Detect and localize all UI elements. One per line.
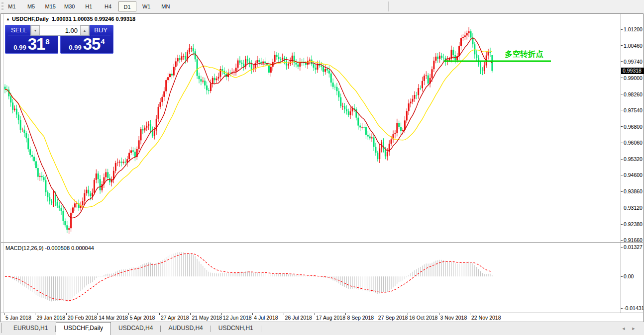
moving-averages — [5, 38, 492, 218]
price-tick — [621, 191, 623, 192]
timeframe-button-w1[interactable]: W1 — [137, 1, 155, 11]
time-axis-label: 5 Jan 2018 — [5, 315, 31, 321]
chart-tab-audusd-h4[interactable]: AUDUSD,H4 — [161, 323, 210, 335]
buy-price-sup: 4 — [101, 37, 105, 46]
price-tick — [621, 94, 623, 94]
toolbar-separator — [388, 1, 389, 11]
time-tick — [252, 313, 253, 315]
macd-axis-label: 0.00 — [624, 273, 634, 279]
price-tick — [621, 126, 623, 127]
macd-axis-tick — [621, 247, 623, 248]
timeframe-button-m5[interactable]: M5 — [22, 1, 40, 11]
macd-axis-tick — [621, 276, 623, 277]
time-tick — [190, 313, 191, 315]
price-tick — [621, 143, 623, 143]
price-axis-label: 0.92380 — [624, 221, 643, 227]
time-axis-label: 20 Feb 2018 — [68, 315, 97, 321]
volume-decrease-button[interactable]: ▼ — [31, 25, 40, 35]
time-tick — [97, 313, 98, 315]
chart-symbol-label: USDCHF,Daily — [12, 16, 49, 22]
arrow-right-icon: ► — [632, 326, 636, 331]
time-axis-label: 12 Jun 2018 — [223, 315, 252, 321]
time-axis-label: 16 Oct 2018 — [409, 315, 437, 321]
sell-price-big: 31 — [28, 37, 45, 52]
buy-price-small: 0.99 — [69, 44, 81, 51]
time-tick — [159, 313, 160, 315]
time-tick — [35, 313, 35, 315]
chart-ohlc-values: 1.00031 1.00035 0.99246 0.99318 — [52, 16, 135, 22]
macd-values: -0.000508 0.000044 — [45, 245, 94, 251]
volume-input[interactable] — [40, 25, 80, 35]
timeframe-button-h1[interactable]: H1 — [80, 1, 98, 11]
time-axis-label: 8 Sep 2018 — [347, 315, 374, 321]
buy-price-display: 0.99 35 4 — [60, 37, 113, 52]
current-price-tag: 0.99318 — [621, 68, 644, 74]
buy-button[interactable]: BUY — [91, 26, 110, 35]
one-click-panel-toggle-icon[interactable]: ▲ — [6, 17, 10, 21]
macd-axis-label: -0.01431 — [624, 305, 644, 311]
timeframe-button-m1[interactable]: M1 — [3, 1, 21, 11]
price-axis-label: 0.91660 — [624, 237, 643, 243]
tab-scroll-left-button[interactable]: ◄ — [620, 325, 627, 332]
chart-tab-usdcad-h4[interactable]: USDCAD,H4 — [111, 323, 160, 335]
macd-indicator-pane[interactable] — [4, 243, 621, 313]
tab-separator — [261, 326, 261, 332]
time-tick — [284, 313, 284, 315]
price-tick — [621, 224, 623, 225]
chart-tab-usdcnh-h1[interactable]: USDCNH,H1 — [211, 323, 261, 335]
price-axis-label: 0.99000 — [624, 75, 643, 81]
volume-increase-button[interactable]: ▲ — [80, 25, 89, 35]
price-tick — [621, 78, 623, 78]
time-tick — [408, 313, 408, 315]
time-axis-label: 21 May 2018 — [192, 315, 222, 321]
sell-price-small: 0.99 — [13, 44, 26, 51]
chevron-up-icon: ▲ — [83, 29, 87, 32]
tab-scroll-right-button[interactable]: ► — [630, 325, 637, 332]
time-axis-label: 27 Apr 2018 — [161, 315, 189, 321]
time-axis-label: 4 Jul 2018 — [254, 315, 278, 321]
timeframe-button-m30[interactable]: M30 — [61, 1, 79, 11]
time-tick — [345, 313, 346, 315]
time-tick — [439, 313, 439, 315]
arrow-left-icon: ◄ — [622, 326, 626, 331]
timeframe-button-d1[interactable]: D1 — [118, 1, 136, 11]
timeframe-button-h4[interactable]: H4 — [99, 1, 117, 11]
one-click-trading-panel: SELL 0.99 31 8 BUY 0.99 35 4 ▼ ▲ — [5, 25, 113, 54]
time-tick — [66, 313, 67, 315]
price-axis-label: 0.96800 — [624, 124, 643, 130]
mt4-terminal: { "toolbar": { "timeframes": ["M1","M5",… — [0, 0, 644, 335]
macd-histogram — [5, 252, 492, 301]
tabbar-edge — [1, 323, 2, 333]
timeframe-button-m15[interactable]: M15 — [41, 1, 59, 11]
time-tick — [470, 313, 470, 315]
price-axis-label: 0.99740 — [624, 59, 643, 65]
buy-price-big: 35 — [83, 37, 101, 52]
price-axis-label: 1.01200 — [624, 26, 643, 32]
macd-signal-line — [5, 253, 492, 301]
time-axis-label: 17 Aug 2018 — [316, 315, 345, 321]
time-axis-label: 14 Mar 2018 — [99, 315, 128, 321]
time-axis[interactable]: 5 Jan 201829 Jan 201820 Feb 201814 Mar 2… — [1, 313, 643, 322]
price-axis-label: 1.00460 — [624, 43, 643, 49]
time-axis-label: 3 Nov 2018 — [440, 315, 467, 321]
annotation-turning-point[interactable]: 多空转折点 — [444, 50, 551, 61]
price-tick — [621, 61, 623, 62]
time-tick — [128, 313, 129, 315]
timeframe-toolbar: M1M5M15M30H1H4D1W1MN — [0, 0, 644, 13]
chart-tab-usdchf-daily[interactable]: USDCHF,Daily — [56, 322, 111, 335]
volume-spinner: ▼ ▲ — [30, 25, 90, 36]
time-axis-label: 29 Jan 2018 — [36, 315, 65, 321]
chart-tab-eurusd-h1[interactable]: EURUSD,H1 — [6, 323, 55, 335]
price-tick — [621, 240, 623, 241]
price-tick — [621, 110, 623, 110]
chart-title: ▲USDCHF,Daily 1.00031 1.00035 0.99246 0.… — [6, 16, 135, 22]
time-axis-label: 5 Apr 2018 — [130, 315, 155, 321]
price-axis-label: 0.98260 — [624, 91, 643, 97]
price-axis-label: 0.95320 — [624, 156, 643, 162]
macd-axis-tick — [621, 308, 623, 309]
price-axis-label: 0.97540 — [624, 107, 643, 113]
timeframe-button-mn[interactable]: MN — [157, 1, 175, 11]
chart-tab-bar: EURUSD,H1USDCHF,DailyUSDCAD,H4AUDUSD,H4U… — [0, 322, 644, 335]
price-tick — [621, 175, 623, 175]
sell-button[interactable]: SELL — [8, 26, 30, 35]
